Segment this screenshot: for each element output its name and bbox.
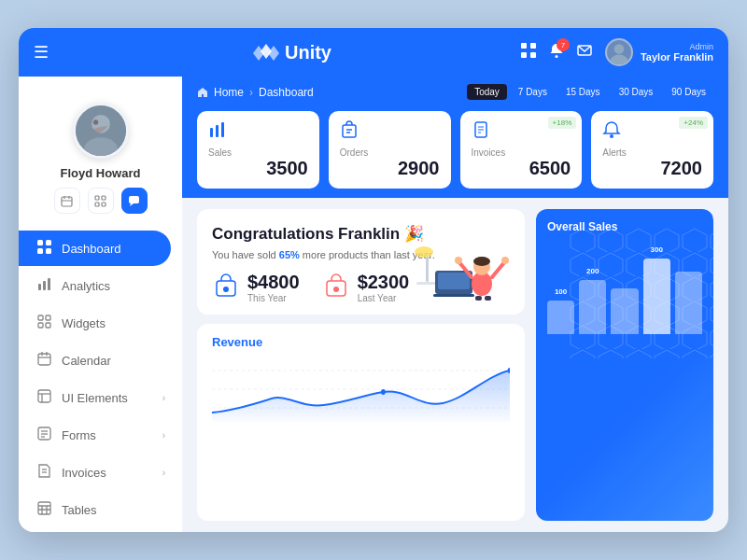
sidebar-item-events[interactable]: Events (19, 529, 182, 532)
alerts-badge: +24% (679, 117, 708, 129)
user-profile-btn[interactable]: Admin Taylor Franklin (605, 38, 713, 66)
svg-rect-34 (38, 323, 43, 328)
svg-rect-77 (433, 294, 474, 297)
svg-rect-23 (129, 196, 139, 203)
filter-today[interactable]: Today (467, 84, 507, 100)
svg-point-71 (333, 287, 339, 292)
last-year-amount: $2300 (358, 272, 410, 293)
filter-30days[interactable]: 30 Days (612, 84, 661, 100)
sidebar-item-forms[interactable]: Forms › (19, 417, 182, 453)
right-panel: Overall Sales 100 (536, 209, 713, 521)
stat-sales-label: Sales (208, 147, 308, 158)
bar-2: 200 (579, 280, 606, 335)
nav-icons: 7 Admin Taylor Franklin (521, 38, 713, 66)
hamburger-icon[interactable]: ☰ (34, 42, 49, 63)
widgets-icon (35, 315, 52, 331)
nav-avatar (605, 38, 633, 66)
invoices-icon (35, 464, 52, 481)
stat-sales: Sales 3500 (197, 111, 319, 189)
stat-sales-value: 3500 (208, 158, 308, 179)
sidebar-item-widgets[interactable]: Widgets (19, 305, 182, 341)
last-year-label: Last Year (358, 293, 410, 303)
grid-icon-btn[interactable] (521, 43, 536, 62)
sidebar-label-forms: Forms (62, 428, 153, 442)
forms-icon (35, 427, 52, 443)
breadcrumb-current: Dashboard (259, 86, 314, 99)
subheader: Home › Dashboard Today 7 Days 15 Days 30… (182, 77, 728, 111)
svg-rect-5 (521, 52, 527, 58)
sidebar-label-analytics: Analytics (62, 279, 165, 293)
sidebar-item-dashboard[interactable]: Dashboard (19, 231, 171, 266)
sidebar-item-calendar[interactable]: Calendar (19, 343, 182, 378)
sidebar-label-dashboard: Dashboard (62, 242, 154, 256)
sales-icon (208, 120, 308, 144)
stat-invoices-label: Invoices (472, 147, 571, 158)
mail-icon-btn[interactable] (577, 43, 592, 62)
sidebar-item-tables[interactable]: Tables (19, 492, 182, 527)
profile-name: Floyd Howard (19, 166, 182, 180)
analytics-icon (35, 277, 52, 294)
overall-sales-card: Overall Sales 100 (536, 209, 713, 521)
highlight-percent: 65% (279, 249, 300, 260)
sidebar-label-tables: Tables (62, 503, 165, 517)
revenue-chart (212, 357, 510, 422)
svg-rect-35 (46, 323, 50, 328)
last-year-data: $2300 Last Year (358, 272, 410, 303)
stat-alerts-label: Alerts (602, 147, 702, 158)
filter-90days[interactable]: 90 Days (664, 84, 713, 100)
profile-avatar (73, 103, 129, 159)
sidebar: Floyd Howard (19, 77, 182, 532)
svg-rect-33 (46, 315, 50, 320)
sidebar-item-ui-elements[interactable]: UI Elements › (19, 380, 182, 415)
profile-calendar-btn[interactable] (54, 188, 80, 214)
orders-icon (340, 120, 440, 144)
profile-actions (19, 188, 182, 214)
svg-point-9 (614, 44, 624, 53)
svg-rect-15 (62, 197, 72, 206)
stat-alerts-value: 7200 (602, 158, 702, 179)
app-window: ☰ Unity (19, 28, 728, 532)
dashboard-icon (35, 240, 52, 257)
forms-arrow: › (162, 430, 165, 441)
svg-rect-36 (38, 354, 50, 365)
svg-point-67 (610, 134, 613, 138)
stat-invoices: +18% Invoices 6500 (460, 111, 583, 189)
svg-rect-22 (102, 203, 106, 206)
filter-15days[interactable]: 15 Days (558, 84, 608, 100)
ui-elements-arrow: › (162, 393, 165, 403)
stats-row: Sales 3500 Orders 2900 (182, 111, 728, 198)
svg-rect-20 (102, 196, 106, 200)
bar-3 (611, 288, 638, 335)
congrats-illustration (407, 217, 510, 301)
svg-rect-28 (46, 248, 51, 254)
stat-orders-label: Orders (340, 147, 440, 158)
sidebar-item-analytics[interactable]: Analytics (19, 268, 182, 303)
congrats-card: Congratulations Franklin 🎉 You have sold… (197, 209, 525, 315)
top-nav: ☰ Unity (19, 28, 728, 77)
notification-bell-btn[interactable]: 7 (549, 43, 564, 62)
svg-rect-58 (216, 125, 218, 137)
invoices-arrow: › (162, 468, 165, 478)
sidebar-label-ui-elements: UI Elements (62, 391, 153, 405)
sidebar-item-invoices[interactable]: Invoices › (19, 455, 182, 490)
stat-orders-value: 2900 (340, 158, 440, 179)
svg-rect-40 (38, 390, 50, 402)
svg-rect-60 (343, 125, 356, 137)
svg-rect-21 (95, 203, 99, 206)
svg-point-84 (501, 257, 509, 264)
stat-alerts: +24% Alerts 7200 (591, 111, 713, 189)
svg-rect-31 (48, 278, 50, 290)
bar-chart: 100 200 300 (547, 241, 702, 334)
svg-rect-3 (521, 43, 527, 49)
tables-icon (35, 501, 52, 518)
svg-rect-57 (210, 128, 213, 137)
nav-logo: Unity (63, 42, 521, 63)
svg-point-14 (92, 119, 97, 124)
profile-grid-btn[interactable] (88, 188, 114, 214)
filter-7days[interactable]: 7 Days (511, 84, 555, 100)
svg-point-74 (415, 246, 433, 258)
profile-chat-btn[interactable] (121, 188, 148, 214)
svg-rect-59 (221, 122, 224, 137)
svg-point-83 (455, 257, 462, 264)
svg-rect-85 (475, 296, 482, 301)
